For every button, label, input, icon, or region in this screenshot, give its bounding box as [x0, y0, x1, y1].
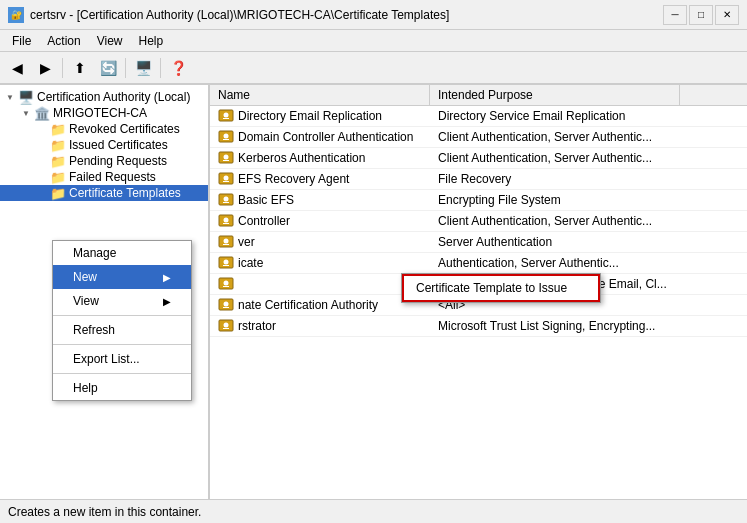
row-name-3: EFS Recovery Agent [210, 169, 430, 189]
row-name-2: Kerberos Authentication [210, 148, 430, 168]
toolbar-separator-3 [160, 58, 161, 78]
view-submenu-arrow: ▶ [163, 296, 171, 307]
maximize-button[interactable]: □ [689, 5, 713, 25]
context-menu-view[interactable]: View ▶ [53, 289, 191, 313]
list-row[interactable]: Kerberos Authentication Client Authentic… [210, 148, 747, 169]
context-menu-export[interactable]: Export List... [53, 347, 191, 371]
list-row[interactable]: ver Server Authentication [210, 232, 747, 253]
svg-point-25 [224, 281, 229, 286]
context-menu-refresh[interactable]: Refresh [53, 318, 191, 342]
expand-icon-1: ▼ [20, 107, 32, 119]
svg-point-1 [224, 113, 229, 118]
tree-item-cert-templates[interactable]: 📁 Certificate Templates [0, 185, 208, 201]
row-purpose-1: Client Authentication, Server Authentic.… [430, 127, 680, 147]
header-name[interactable]: Name [210, 85, 430, 105]
cert-icon-5 [218, 213, 234, 229]
list-row[interactable]: Domain Controller Authentication Client … [210, 127, 747, 148]
tree-item-revoked-certificates[interactable]: 📁 Revoked Certificates [0, 121, 208, 137]
row-name-10: rstrator [210, 316, 430, 336]
folder-icon-revoked: 📁 [50, 122, 66, 136]
header-purpose[interactable]: Intended Purpose [430, 85, 680, 105]
svg-rect-29 [223, 307, 229, 308]
toolbar-separator-2 [125, 58, 126, 78]
context-menu-new[interactable]: New ▶ [53, 265, 191, 289]
row-name-5: Controller [210, 211, 430, 231]
up-button[interactable]: ⬆ [67, 55, 93, 81]
tree-item-failed-requests[interactable]: 📁 Failed Requests [0, 169, 208, 185]
tree-item-issued-certificates[interactable]: 📁 Issued Certificates [0, 137, 208, 153]
folder-icon-pending: 📁 [50, 154, 66, 168]
svg-rect-26 [223, 286, 229, 287]
context-menu-manage[interactable]: Manage [53, 241, 191, 265]
list-row[interactable]: EFS Recovery Agent File Recovery [210, 169, 747, 190]
row-name-0: Directory Email Replication [210, 106, 430, 126]
status-bar: Creates a new item in this container. [0, 499, 747, 523]
tree-item-pending-requests[interactable]: 📁 Pending Requests [0, 153, 208, 169]
tree-item-certification-authority[interactable]: ▼ 🖥️ Certification Authority (Local) [0, 89, 208, 105]
menu-action[interactable]: Action [39, 32, 88, 50]
back-button[interactable]: ◀ [4, 55, 30, 81]
refresh-button[interactable]: 🔄 [95, 55, 121, 81]
svg-point-22 [224, 260, 229, 265]
folder-icon-failed: 📁 [50, 170, 66, 184]
cert-icon-6 [218, 234, 234, 250]
svg-rect-20 [223, 244, 229, 245]
expand-icon-4 [36, 155, 48, 167]
menu-help[interactable]: Help [131, 32, 172, 50]
svg-point-13 [224, 197, 229, 202]
svg-point-16 [224, 218, 229, 223]
left-pane: ▼ 🖥️ Certification Authority (Local) ▼ 🏛… [0, 85, 210, 499]
svg-point-7 [224, 155, 229, 160]
sub-context-menu: Certificate Template to Issue [401, 273, 601, 303]
right-pane: Name Intended Purpose Directory Email Re… [210, 85, 747, 499]
status-text: Creates a new item in this container. [8, 505, 201, 519]
list-header: Name Intended Purpose [210, 85, 747, 106]
cert-icon-3 [218, 171, 234, 187]
svg-rect-17 [223, 223, 229, 224]
cert-icon-8 [218, 276, 234, 292]
list-row[interactable]: Basic EFS Encrypting File System [210, 190, 747, 211]
context-menu-help[interactable]: Help [53, 376, 191, 400]
minimize-button[interactable]: ─ [663, 5, 687, 25]
svg-rect-23 [223, 265, 229, 266]
folder-icon-issued: 📁 [50, 138, 66, 152]
cert-icon-2 [218, 150, 234, 166]
list-row[interactable]: icate Authentication, Server Authentic..… [210, 253, 747, 274]
svg-point-19 [224, 239, 229, 244]
toolbar: ◀ ▶ ⬆ 🔄 🖥️ ❓ [0, 52, 747, 84]
cert-icon-0 [218, 108, 234, 124]
row-name-7: icate [210, 253, 430, 273]
list-row[interactable]: Controller Client Authentication, Server… [210, 211, 747, 232]
menu-view[interactable]: View [89, 32, 131, 50]
title-bar: 🔐 certsrv - [Certification Authority (Lo… [0, 0, 747, 30]
sub-menu-cert-template-issue[interactable]: Certificate Template to Issue [402, 274, 600, 302]
computer-icon: 🖥️ [18, 90, 34, 104]
row-purpose-2: Client Authentication, Server Authentic.… [430, 148, 680, 168]
cert-icon-10 [218, 318, 234, 334]
row-purpose-4: Encrypting File System [430, 190, 680, 210]
tree-label-templates: Certificate Templates [69, 186, 181, 200]
close-button[interactable]: ✕ [715, 5, 739, 25]
ca-icon: 🏛️ [34, 106, 50, 120]
list-row[interactable]: rstrator Microsoft Trust List Signing, E… [210, 316, 747, 337]
svg-rect-32 [223, 328, 229, 329]
list-row[interactable]: Directory Email Replication Directory Se… [210, 106, 747, 127]
svg-rect-2 [223, 118, 229, 119]
row-name-4: Basic EFS [210, 190, 430, 210]
cert-icon-4 [218, 192, 234, 208]
context-menu: Manage New ▶ View ▶ Refresh Export List.… [52, 240, 192, 401]
main-container: ▼ 🖥️ Certification Authority (Local) ▼ 🏛… [0, 84, 747, 499]
svg-point-31 [224, 323, 229, 328]
sub-menu-label-0: Certificate Template to Issue [416, 281, 567, 295]
cert-icon-7 [218, 255, 234, 271]
help-button[interactable]: ❓ [165, 55, 191, 81]
expand-icon-3 [36, 139, 48, 151]
forward-button[interactable]: ▶ [32, 55, 58, 81]
svg-point-28 [224, 302, 229, 307]
row-name-6: ver [210, 232, 430, 252]
menu-file[interactable]: File [4, 32, 39, 50]
context-export-label: Export List... [73, 352, 140, 366]
tree-item-mrigotech-ca[interactable]: ▼ 🏛️ MRIGOTECH-CA [0, 105, 208, 121]
window-title: certsrv - [Certification Authority (Loca… [30, 8, 449, 22]
properties-button[interactable]: 🖥️ [130, 55, 156, 81]
